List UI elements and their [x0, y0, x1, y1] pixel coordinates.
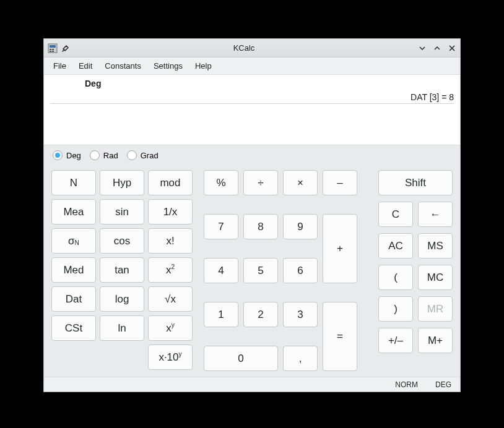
key-cst[interactable]: CSt — [51, 315, 96, 341]
key-ln[interactable]: ln — [100, 315, 144, 341]
key-mea[interactable]: Mea — [51, 199, 96, 225]
key-multiply[interactable]: × — [283, 170, 318, 195]
key-6[interactable]: 6 — [283, 258, 318, 283]
display-result: DAT [3] = 8 — [50, 88, 454, 104]
key-decimal[interactable]: , — [283, 346, 318, 371]
key-add[interactable]: + — [323, 214, 357, 283]
angle-rad[interactable]: Rad — [90, 150, 118, 160]
maximize-icon[interactable] — [433, 44, 441, 53]
key-mplus[interactable]: M+ — [418, 328, 453, 353]
pin-icon[interactable] — [61, 44, 70, 53]
svg-rect-1 — [50, 45, 56, 48]
display-input-area[interactable] — [50, 104, 454, 139]
key-allclear[interactable]: AC — [378, 233, 413, 259]
key-n[interactable]: N — [51, 170, 96, 195]
svg-rect-5 — [52, 51, 54, 52]
menu-edit[interactable]: Edit — [73, 59, 98, 73]
key-cos[interactable]: cos — [100, 228, 144, 254]
menubar: File Edit Constants Settings Help — [44, 58, 460, 75]
key-negate[interactable]: +/– — [378, 328, 413, 353]
svg-rect-2 — [50, 49, 51, 50]
key-lparen[interactable]: ( — [378, 265, 413, 290]
app-icon — [48, 43, 58, 53]
angle-rad-label: Rad — [103, 151, 118, 160]
key-exp10[interactable]: x·10y — [148, 345, 193, 370]
key-8[interactable]: 8 — [243, 214, 278, 239]
radio-icon — [127, 150, 137, 160]
key-rparen[interactable]: ) — [378, 296, 413, 322]
key-0[interactable]: 0 — [204, 346, 278, 371]
memory-keys: Shift C ← AC MS ( MC ) MR +/– M+ — [378, 170, 453, 373]
key-7[interactable]: 7 — [204, 214, 238, 239]
key-square[interactable]: x2 — [148, 257, 193, 283]
key-recip[interactable]: 1/x — [148, 199, 193, 225]
key-med[interactable]: Med — [51, 257, 96, 283]
menu-constants[interactable]: Constants — [99, 59, 147, 73]
numeric-keys: % ÷ × – 7 8 9 + 4 5 6 1 2 3 = 0 , — [204, 170, 367, 373]
display-mode-label: Deg — [50, 79, 454, 88]
key-sigma-n[interactable]: σN — [51, 228, 96, 254]
key-log[interactable]: log — [100, 286, 144, 312]
radio-icon — [90, 150, 100, 160]
svg-rect-3 — [52, 49, 54, 50]
statusbar: NORM DEG — [44, 377, 460, 392]
status-deg: DEG — [435, 380, 451, 389]
key-divide[interactable]: ÷ — [243, 170, 278, 195]
key-mr[interactable]: MR — [418, 296, 453, 322]
angle-grad[interactable]: Grad — [127, 150, 159, 160]
key-percent[interactable]: % — [204, 170, 238, 195]
angle-mode-bar: Deg Rad Grad — [44, 145, 460, 165]
menu-settings[interactable]: Settings — [148, 59, 188, 73]
key-2[interactable]: 2 — [243, 302, 278, 327]
display: Deg DAT [3] = 8 — [44, 75, 460, 145]
window-title: KCalc — [70, 43, 418, 53]
key-dat[interactable]: Dat — [51, 286, 96, 312]
close-icon[interactable] — [448, 44, 456, 53]
svg-rect-4 — [50, 51, 51, 52]
key-ms[interactable]: MS — [418, 233, 453, 259]
key-3[interactable]: 3 — [283, 302, 318, 327]
key-sin[interactable]: sin — [100, 199, 144, 225]
scientific-keys: N Hyp mod Mea sin 1/x σN cos x! Med tan … — [51, 170, 193, 373]
status-norm: NORM — [395, 380, 418, 389]
menu-file[interactable]: File — [48, 59, 72, 73]
key-mod[interactable]: mod — [148, 170, 193, 195]
key-9[interactable]: 9 — [283, 214, 318, 239]
key-mc[interactable]: MC — [418, 265, 453, 290]
key-shift[interactable]: Shift — [378, 170, 453, 195]
key-sqrt[interactable]: √x — [148, 286, 193, 312]
key-equals[interactable]: = — [323, 302, 357, 371]
app-window: KCalc File Edit Constants Settings Help … — [43, 38, 461, 392]
angle-grad-label: Grad — [141, 151, 159, 160]
angle-deg[interactable]: Deg — [53, 150, 81, 160]
key-1[interactable]: 1 — [204, 302, 238, 327]
key-factorial[interactable]: x! — [148, 228, 193, 254]
key-5[interactable]: 5 — [243, 258, 278, 283]
key-tan[interactable]: tan — [100, 257, 144, 283]
key-hyp[interactable]: Hyp — [100, 170, 144, 195]
titlebar: KCalc — [44, 39, 460, 58]
angle-deg-label: Deg — [66, 151, 81, 160]
menu-help[interactable]: Help — [189, 59, 217, 73]
key-subtract[interactable]: – — [323, 170, 357, 195]
minimize-icon[interactable] — [418, 44, 427, 53]
key-backspace[interactable]: ← — [418, 202, 453, 227]
key-clear[interactable]: C — [378, 202, 413, 227]
key-power[interactable]: xy — [148, 315, 193, 341]
key-4[interactable]: 4 — [204, 258, 238, 283]
radio-icon — [53, 150, 63, 160]
keypad: N Hyp mod Mea sin 1/x σN cos x! Med tan … — [44, 165, 460, 377]
